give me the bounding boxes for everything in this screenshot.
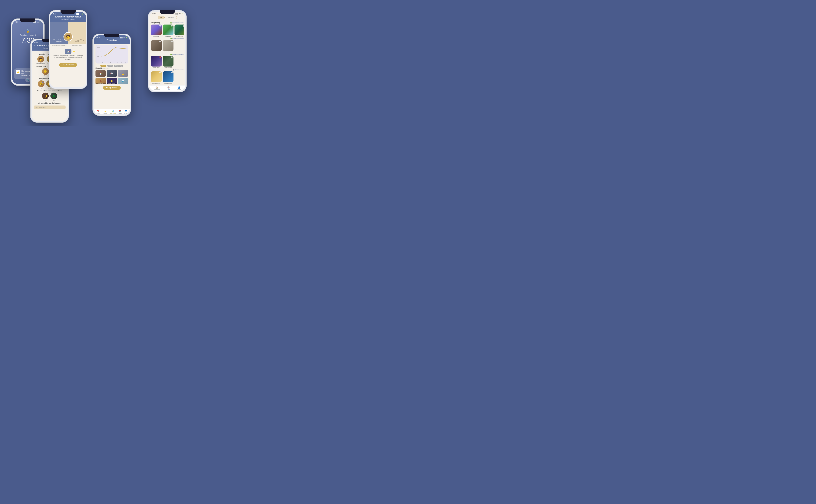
- card-riseshine[interactable]: 🤍 Rise and Shine: [151, 71, 162, 84]
- survey-opt-routine-yes[interactable]: 🌙 Yes: [42, 93, 49, 101]
- learn-music-section: ✅ Included in my routine 🤍 Bedtime Tune …: [149, 38, 185, 54]
- learn-tabs: All Favorites: [151, 16, 183, 19]
- nav-dashboard[interactable]: 📊 Dashboard: [110, 110, 116, 114]
- modify-routine-button[interactable]: Modify Routine: [103, 86, 121, 90]
- nav-features-icon: 🌙: [104, 110, 106, 112]
- nav-learn-label: Learn: [118, 113, 121, 114]
- card-ocean-heart[interactable]: 🤍: [171, 72, 173, 74]
- card-magicworld-img: 🤍: [163, 25, 173, 35]
- card-forest[interactable]: 🤍 Forest Whispers: [163, 56, 173, 68]
- card-ocean[interactable]: 🤍 Ocean Dreams: [163, 71, 173, 84]
- nav-dashboard-label: Dashboard: [110, 113, 116, 114]
- learn-music-header: ✅ Included in my routine: [151, 38, 183, 39]
- recap-status-time: 07:32: [52, 13, 56, 15]
- card-twinkle-heart[interactable]: 🤍: [171, 41, 173, 43]
- learn-nav-profile[interactable]: 👤 Profile: [177, 86, 181, 90]
- recap-back-btn[interactable]: ‹: [52, 16, 53, 18]
- chart-label-good: Good: [97, 47, 100, 48]
- nav-features-label: Features: [103, 113, 107, 114]
- nav-learn[interactable]: 📚 Learn: [118, 110, 121, 114]
- nav-features[interactable]: 🌙 Features: [103, 110, 107, 114]
- card-sleepydragon[interactable]: 🤍 Sleepy Dragon: [174, 25, 183, 37]
- recap-routine-label: Following the current routine: [50, 44, 68, 46]
- filter-sleep-quality[interactable]: Sleep quality: [114, 65, 123, 67]
- learn-nav-learn[interactable]: 📚 Learn: [167, 86, 170, 90]
- child-avatar: 🧒: [64, 32, 73, 41]
- card-magicworld-label: Magic World: [163, 36, 173, 37]
- achievement-label-pyjama: Pyjama Pro: [95, 83, 106, 84]
- tab-favorites[interactable]: Favorites: [166, 16, 177, 19]
- storytelling-badge: ✅ Included in my routine: [170, 22, 183, 24]
- survey-back-btn[interactable]: ‹: [34, 45, 35, 47]
- learn-nav-profile-label: Profile: [177, 89, 181, 90]
- card-bedtunetune-img: 🤍: [151, 40, 162, 51]
- nav-profile[interactable]: 👤 Profile: [124, 110, 128, 114]
- card-riseshine-label: Rise and Shine: [151, 83, 162, 84]
- notif-app-icon: 🌙: [16, 70, 20, 74]
- music-badge: ✅ Included in my routine: [170, 38, 183, 39]
- robot-message: Well done! It appears that Emma had a go…: [52, 55, 84, 60]
- lock-date: Tuesday, January 9: [20, 34, 36, 36]
- phone-notch: [20, 18, 35, 22]
- survey-opt-routine-no[interactable]: 🌲 No: [50, 93, 57, 101]
- achievements-grid: 📚 📖 🌙 🧸 Pyjama Pro ⭐ Bedtime Superstar 🌊: [95, 70, 128, 84]
- flashlight-button[interactable]: 🔦: [25, 78, 30, 82]
- nav-profile-label: Profile: [124, 113, 128, 114]
- card-sleepydragon-heart[interactable]: 🤍: [183, 25, 183, 27]
- card-sleepydragon-img: 🤍: [174, 25, 183, 35]
- chart-days: MTWTFSS: [100, 62, 127, 63]
- storytelling-title: Storytelling: [151, 22, 160, 24]
- learn-add-section: ➕ Add to my routine 🤍 Rise and Shine 🤍 O…: [149, 69, 185, 85]
- card-bedtunetune-heart[interactable]: 🤍: [159, 41, 161, 43]
- dashboard-title: Overview: [96, 39, 127, 42]
- chart-svg: [100, 45, 128, 59]
- recap-screen: 07:32 ▌▌▌4G🔋 ‹ Emma's yesterday recap Mo…: [50, 12, 86, 87]
- phone-notch: [104, 34, 119, 37]
- nav-routine[interactable]: 📅 Routine: [96, 110, 100, 114]
- filter-week[interactable]: Week: [107, 65, 113, 67]
- learn-nav-learn-icon: 📚: [167, 86, 170, 89]
- achievement-bedtime-superstar: ⭐ Bedtime Superstar: [107, 78, 117, 84]
- learn-header: All Favorites: [149, 15, 185, 22]
- card-ocean-img: 🤍: [163, 71, 173, 82]
- filter-emma[interactable]: Emma: [100, 65, 106, 67]
- card-twinkle[interactable]: 🤍 Twinkle Twinkle: [163, 40, 173, 53]
- card-starry-heart[interactable]: ❤️: [159, 56, 161, 58]
- nav-dashboard-icon: 📊: [112, 110, 114, 112]
- learn-nav-dashboard[interactable]: 🏠 Dashboard: [154, 86, 159, 90]
- survey-opt-poor[interactable]: 😴 Poor: [38, 80, 45, 89]
- card-dreamland-img: 🤍: [151, 25, 162, 35]
- card-dreamland[interactable]: 🤍 Dreamland: [151, 25, 162, 37]
- phone-learn: 19:00 ▌▌▌4G🔋 All Favorites Storytelling …: [148, 10, 187, 92]
- learn-add-header: ➕ Add to my routine: [151, 69, 183, 71]
- chart-label-poor: Poor: [97, 56, 99, 57]
- survey-special-input[interactable]: [34, 106, 66, 109]
- lock-icon: 🔒: [26, 29, 30, 33]
- achievement-item-2: 📖: [107, 70, 117, 77]
- card-riseshine-heart[interactable]: 🤍: [159, 72, 161, 74]
- learn-nav-learn-label: Learn: [167, 89, 170, 90]
- achievements-section: My achievements 📚 📖 🌙 🧸 Pyjama Pro ⭐ Bed…: [94, 67, 130, 84]
- card-forest-img: 🤍: [163, 56, 173, 67]
- recap-status-icons: ▌▌▌4G🔋: [76, 13, 84, 15]
- card-starry[interactable]: ❤️ Starry Night: [151, 56, 162, 68]
- card-twinkle-label: Twinkle Twinkle: [163, 51, 173, 53]
- see-dashboard-button[interactable]: See Dashboard: [59, 63, 77, 67]
- dashboard-screen: 07:34 ▌▌▌4G🔋 Overview Good Normal Poor M…: [94, 35, 130, 114]
- nav-routine-label: Routine: [96, 113, 100, 114]
- card-forest-heart[interactable]: 🤍: [171, 56, 173, 58]
- card-dreamland-label: Dreamland: [151, 36, 162, 37]
- phone-notch: [160, 10, 175, 14]
- achievements-title: My achievements: [95, 67, 128, 69]
- card-dreamland-heart[interactable]: 🤍: [159, 25, 161, 27]
- learn-screen: 19:00 ▌▌▌4G🔋 All Favorites Storytelling …: [149, 12, 185, 91]
- learn-nav: 🏠 Dashboard 📚 Learn 👤 Profile: [149, 85, 185, 91]
- survey-opt-before[interactable]: 🧒 Before expected: [36, 56, 45, 64]
- survey-opt-yes[interactable]: 😟 Yes: [42, 68, 49, 76]
- card-magicworld-heart[interactable]: 🤍: [171, 25, 173, 27]
- card-bedtunetune[interactable]: 🤍 Bedtime Tune: [151, 40, 162, 53]
- tab-all[interactable]: All: [158, 16, 164, 19]
- card-magicworld[interactable]: 🤍 Magic World: [163, 25, 173, 37]
- phone-dashboard: 07:34 ▌▌▌4G🔋 Overview Good Normal Poor M…: [92, 34, 131, 116]
- achievement-label-superstar: Bedtime Superstar: [107, 83, 117, 84]
